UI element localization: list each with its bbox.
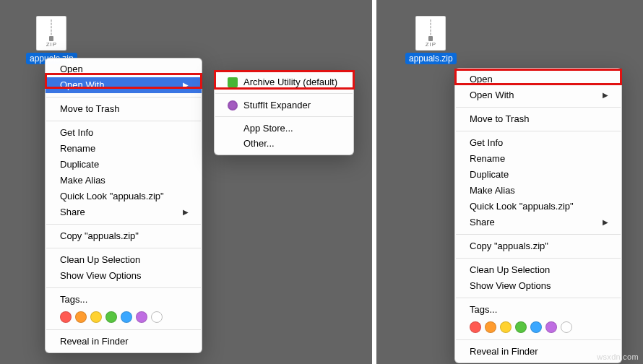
menu-separator	[46, 97, 201, 98]
file-appuals-zip[interactable]: appuals.zip	[26, 16, 77, 64]
tag-yellow[interactable]	[90, 311, 102, 323]
menu-duplicate[interactable]: Duplicate	[455, 167, 621, 183]
desktop-right: appuals.zip Open Open With ▶ Move to Tra…	[376, 0, 643, 364]
tag-red[interactable]	[470, 321, 481, 333]
chevron-right-icon: ▶	[183, 79, 189, 92]
tag-red[interactable]	[60, 311, 72, 323]
tag-yellow[interactable]	[500, 321, 512, 333]
menu-copy[interactable]: Copy "appuals.zip"	[46, 228, 202, 244]
tag-purple[interactable]	[136, 311, 147, 323]
menu-move-to-trash[interactable]: Move to Trash	[46, 101, 202, 117]
menu-separator	[456, 258, 621, 259]
watermark: wsxdn.com	[597, 352, 639, 361]
menu-reveal-in-finder[interactable]: Reveal in Finder	[46, 334, 202, 350]
tag-purple[interactable]	[545, 321, 557, 333]
chevron-right-icon: ▶	[183, 206, 189, 219]
menu-tags[interactable]: Tags...	[46, 292, 202, 308]
menu-separator	[46, 121, 201, 121]
tag-color-row	[46, 308, 202, 326]
menu-share[interactable]: Share ▶	[46, 204, 202, 220]
menu-duplicate[interactable]: Duplicate	[46, 157, 202, 173]
menu-separator	[46, 248, 201, 248]
menu-quick-look[interactable]: Quick Look "appuals.zip"	[455, 199, 621, 214]
menu-share[interactable]: Share ▶	[455, 214, 621, 230]
tag-green[interactable]	[105, 311, 117, 323]
menu-open-with[interactable]: Open With ▶	[46, 77, 202, 93]
submenu-other[interactable]: Other...	[215, 136, 353, 151]
context-menu-right[interactable]: Open Open With ▶ Move to Trash Get Info …	[454, 68, 622, 363]
menu-open[interactable]: Open	[46, 61, 202, 77]
menu-separator	[456, 107, 621, 108]
menu-separator	[215, 116, 353, 117]
file-appuals-zip[interactable]: appuals.zip	[405, 16, 457, 64]
file-label: appuals.zip	[405, 53, 457, 64]
chevron-right-icon: ▶	[603, 216, 608, 229]
archive-utility-icon	[228, 77, 238, 87]
tag-green[interactable]	[515, 321, 527, 333]
menu-get-info[interactable]: Get Info	[46, 125, 202, 141]
menu-separator	[456, 339, 621, 340]
menu-separator	[456, 234, 621, 235]
menu-separator	[456, 298, 621, 298]
submenu-archive-utility[interactable]: Archive Utility (default)	[215, 74, 353, 90]
tag-blue[interactable]	[530, 321, 542, 333]
menu-make-alias[interactable]: Make Alias	[46, 173, 202, 188]
submenu-stuffit[interactable]: StuffIt Expander	[215, 98, 353, 113]
menu-separator	[46, 224, 201, 225]
zip-file-icon	[415, 16, 446, 51]
menu-rename[interactable]: Rename	[46, 141, 202, 157]
menu-make-alias[interactable]: Make Alias	[455, 183, 621, 199]
context-menu-left[interactable]: Open Open With ▶ Move to Trash Get Info …	[45, 58, 202, 353]
tag-color-row	[455, 318, 621, 336]
desktop-left: appuals.zip Open Open With ▶ Move to Tra…	[0, 0, 372, 364]
menu-view-options[interactable]: Show View Options	[455, 278, 621, 294]
menu-open-with[interactable]: Open With ▶	[455, 87, 621, 103]
zip-file-icon	[36, 16, 66, 51]
menu-tags[interactable]: Tags...	[455, 302, 621, 318]
chevron-right-icon: ▶	[603, 89, 608, 102]
tag-orange[interactable]	[75, 311, 87, 323]
tag-none[interactable]	[151, 311, 163, 323]
tag-none[interactable]	[561, 321, 572, 333]
blank-icon	[228, 124, 238, 134]
menu-separator	[46, 287, 201, 288]
tag-orange[interactable]	[485, 321, 496, 333]
tag-blue[interactable]	[121, 311, 132, 323]
open-with-submenu[interactable]: Archive Utility (default) StuffIt Expand…	[214, 70, 354, 155]
menu-get-info[interactable]: Get Info	[455, 135, 621, 151]
stuffit-icon	[228, 100, 238, 110]
blank-icon	[228, 139, 238, 149]
menu-copy[interactable]: Copy "appuals.zip"	[455, 238, 621, 254]
menu-view-options[interactable]: Show View Options	[46, 268, 202, 284]
menu-rename[interactable]: Rename	[455, 151, 621, 167]
menu-quick-look[interactable]: Quick Look "appuals.zip"	[46, 188, 202, 204]
menu-clean-up[interactable]: Clean Up Selection	[455, 262, 621, 278]
menu-open[interactable]: Open	[455, 72, 621, 87]
menu-move-to-trash[interactable]: Move to Trash	[455, 111, 621, 127]
menu-clean-up[interactable]: Clean Up Selection	[46, 252, 202, 268]
submenu-app-store[interactable]: App Store...	[215, 121, 353, 136]
menu-separator	[456, 131, 621, 131]
menu-separator	[215, 93, 353, 94]
menu-separator	[46, 329, 201, 330]
